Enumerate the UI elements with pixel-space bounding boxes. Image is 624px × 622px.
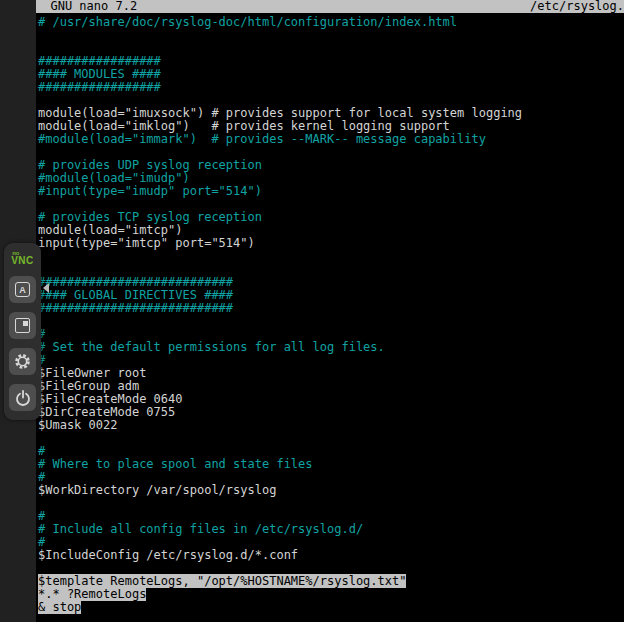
terminal-line — [38, 315, 624, 328]
nano-titlebar: GNU nano 7.2 /etc/rsyslog. — [36, 0, 624, 13]
terminal-line: ################# — [38, 81, 624, 94]
gear-icon — [14, 353, 31, 370]
terminal-line — [38, 432, 624, 445]
settings-button[interactable] — [9, 348, 36, 375]
terminal-line: & stop — [38, 601, 624, 614]
terminal-line: # Include all config files in /etc/rsysl… — [38, 523, 624, 536]
terminal-line: # Where to place spool and state files — [38, 458, 624, 471]
vnc-screen: GNU nano 7.2 /etc/rsyslog. # /usr/share/… — [0, 0, 624, 622]
nano-version-label: GNU nano 7.2 — [36, 0, 137, 13]
terminal-line: $Umask 0022 — [38, 419, 624, 432]
terminal-line — [38, 29, 624, 42]
novnc-control-bar: no VNC A — [4, 243, 41, 420]
terminal-line — [38, 497, 624, 510]
power-button[interactable] — [9, 384, 36, 411]
terminal-line: ########################### — [38, 302, 624, 315]
terminal-window[interactable]: GNU nano 7.2 /etc/rsyslog. # /usr/share/… — [36, 0, 624, 622]
terminal-line — [38, 250, 624, 263]
clipboard-button[interactable]: A — [9, 276, 36, 303]
terminal-line: $DirCreateMode 0755 — [38, 406, 624, 419]
power-icon — [15, 390, 31, 406]
terminal-line: *.* ?RemoteLogs — [38, 588, 624, 601]
terminal-line: #module(load="immark") # provides --MARK… — [38, 133, 624, 146]
control-bar-handle-icon[interactable] — [43, 283, 49, 293]
novnc-logo-vnc-text: VNC — [11, 256, 34, 266]
terminal-line: #input(type="imudp" port="514") — [38, 185, 624, 198]
terminal-line: input(type="imtcp" port="514") — [38, 237, 624, 250]
terminal-line: # /usr/share/doc/rsyslog-doc/html/config… — [38, 16, 624, 29]
fullscreen-icon-inner — [23, 321, 28, 326]
fullscreen-button[interactable] — [9, 312, 36, 339]
terminal-line: $IncludeConfig /etc/rsyslog.d/*.conf — [38, 549, 624, 562]
fullscreen-icon — [15, 318, 30, 333]
terminal-line: # Set the default permissions for all lo… — [38, 341, 624, 354]
terminal-line: $WorkDirectory /var/spool/rsyslog — [38, 484, 624, 497]
nano-filename-label: /etc/rsyslog. — [530, 0, 624, 13]
clipboard-icon: A — [15, 282, 30, 297]
terminal-body[interactable]: # /usr/share/doc/rsyslog-doc/html/config… — [36, 13, 624, 614]
novnc-logo: no VNC — [11, 250, 34, 266]
